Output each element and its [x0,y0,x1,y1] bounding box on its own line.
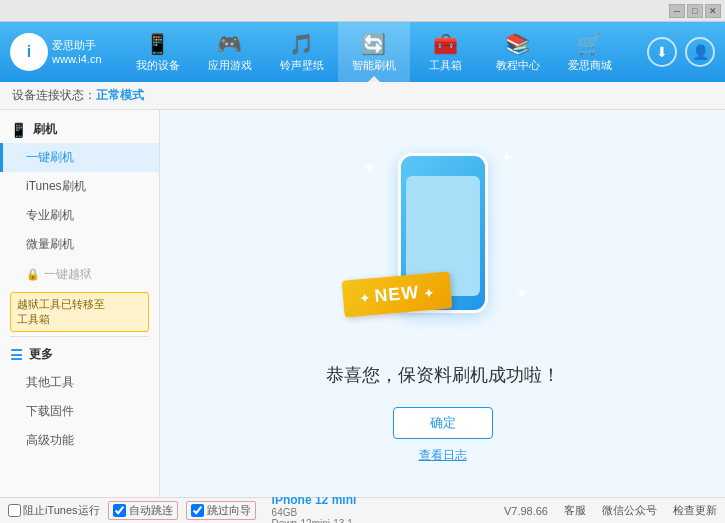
minimize-button[interactable]: ─ [669,4,685,18]
sidebar-item-pro-flash[interactable]: 专业刷机 [0,201,159,230]
lock-icon: 🔒 [26,268,40,281]
sidebar-item-one-click-flash[interactable]: 一键刷机 [0,143,159,172]
device-info: iPhone 12 mini 64GB Down-12mini-13,1 [272,493,357,524]
skip-wizard-checkbox[interactable]: 跳过向导 [186,501,256,520]
account-button[interactable]: 👤 [685,37,715,67]
phone-illustration: ✦ ✦ ✦ NEW [353,143,533,343]
nav-ringtones-icon: 🎵 [289,32,314,56]
device-model: Down-12mini-13,1 [272,518,357,524]
restore-button[interactable]: □ [687,4,703,18]
nav-items: 📱 我的设备 🎮 应用游戏 🎵 铃声壁纸 🔄 智能刷机 🧰 工具箱 📚 教程中心… [100,22,647,82]
skip-wizard-input[interactable] [191,504,204,517]
bottom-right: V7.98.66 客服 微信公众号 检查更新 [504,503,717,518]
logo-text: 爱思助手 www.i4.cn [52,38,102,67]
view-log-link[interactable]: 查看日志 [419,447,467,464]
stop-itunes-checkbox[interactable]: 阻止iTunes运行 [8,503,100,518]
sidebar-item-download-firmware[interactable]: 下载固件 [0,397,159,426]
nav-tutorials[interactable]: 📚 教程中心 [482,22,554,82]
sidebar-section-jailbreak: 🔒 一键越狱 越狱工具已转移至工具箱 [0,261,159,332]
bottom-left: 阻止iTunes运行 自动跳连 跳过向导 iPhone 12 mini 64GB… [8,493,356,524]
auto-connect-checkbox[interactable]: 自动跳连 [108,501,178,520]
sidebar: 📱 刷机 一键刷机 iTunes刷机 专业刷机 微量刷机 🔒 一键越狱 [0,110,160,497]
stop-itunes-label: 阻止iTunes运行 [23,503,100,518]
nav-apps-games[interactable]: 🎮 应用游戏 [194,22,266,82]
sidebar-section-more: ☰ 更多 其他工具 下载固件 高级功能 [0,341,159,455]
download-button[interactable]: ⬇ [647,37,677,67]
sidebar-jailbreak-title: 🔒 一键越狱 [0,261,159,288]
sparkle-icon-1: ✦ [363,158,376,177]
bottom-bar: 阻止iTunes运行 自动跳连 跳过向导 iPhone 12 mini 64GB… [0,497,725,523]
more-section-icon: ☰ [10,347,23,363]
nav-device-icon: 📱 [145,32,170,56]
device-storage: 64GB [272,507,357,518]
sidebar-more-title: ☰ 更多 [0,341,159,368]
auto-connect-input[interactable] [113,504,126,517]
jailbreak-notice: 越狱工具已转移至工具箱 [10,292,149,332]
success-message: 恭喜您，保资料刷机成功啦！ [326,363,560,387]
nav-toolbox-icon: 🧰 [433,32,458,56]
content-area: ✦ ✦ ✦ NEW 恭喜您，保资料刷机成功啦！ 确定 查看日志 [160,110,725,497]
sidebar-item-itunes-flash[interactable]: iTunes刷机 [0,172,159,201]
wechat-link[interactable]: 微信公众号 [602,503,657,518]
nav-apps-icon: 🎮 [217,32,242,56]
close-button[interactable]: ✕ [705,4,721,18]
title-bar: ─ □ ✕ [0,0,725,22]
nav-smart-flash[interactable]: 🔄 智能刷机 [338,22,410,82]
sidebar-section-flash: 📱 刷机 一键刷机 iTunes刷机 专业刷机 微量刷机 [0,116,159,259]
nav-toolbox[interactable]: 🧰 工具箱 [410,22,482,82]
check-update-link[interactable]: 检查更新 [673,503,717,518]
confirm-button[interactable]: 确定 [393,407,493,439]
nav-store-icon: 🛒 [577,32,602,56]
version-label: V7.98.66 [504,505,548,517]
top-nav: i 爱思助手 www.i4.cn 📱 我的设备 🎮 应用游戏 🎵 铃声壁纸 🔄 … [0,22,725,82]
sparkle-icon-2: ✦ [500,148,513,167]
nav-flash-icon: 🔄 [361,32,386,56]
nav-tutorials-icon: 📚 [505,32,530,56]
nav-ringtones[interactable]: 🎵 铃声壁纸 [266,22,338,82]
sidebar-flash-title: 📱 刷机 [0,116,159,143]
logo-icon: i [10,33,48,71]
status-bar: 设备连接状态： 正常模式 [0,82,725,110]
logo-area: i 爱思助手 www.i4.cn [10,33,100,71]
success-content: ✦ ✦ ✦ NEW 恭喜您，保资料刷机成功啦！ 确定 查看日志 [326,143,560,464]
sidebar-divider [10,336,149,337]
nav-store[interactable]: 🛒 爱思商城 [554,22,626,82]
sidebar-item-micro-flash[interactable]: 微量刷机 [0,230,159,259]
main-layout: 📱 刷机 一键刷机 iTunes刷机 专业刷机 微量刷机 🔒 一键越狱 [0,110,725,497]
flash-section-icon: 📱 [10,122,27,138]
sidebar-item-other-tools[interactable]: 其他工具 [0,368,159,397]
stop-itunes-input[interactable] [8,504,21,517]
nav-my-device[interactable]: 📱 我的设备 [122,22,194,82]
sparkle-icon-3: ✦ [515,284,528,303]
nav-right-buttons: ⬇ 👤 [647,37,715,67]
sidebar-item-advanced[interactable]: 高级功能 [0,426,159,455]
customer-service-link[interactable]: 客服 [564,503,586,518]
